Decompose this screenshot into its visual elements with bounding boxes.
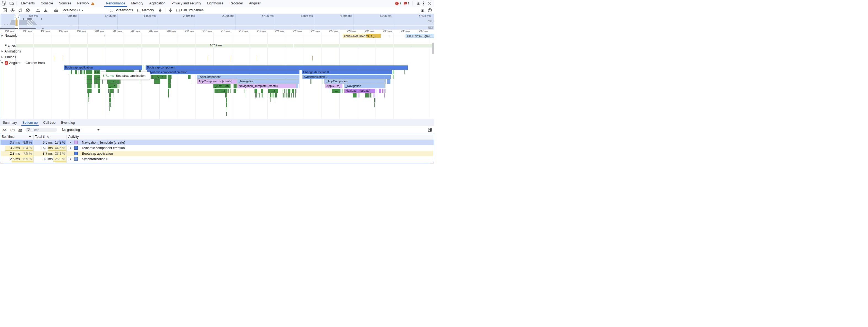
memory-checkbox[interactable]: Memory: [137, 8, 154, 12]
tab-recorder[interactable]: Recorder: [226, 0, 246, 7]
flame-tick[interactable]: [97, 79, 100, 84]
table-row[interactable]: 3.7 ms9.8 %6.5 ms17.3 %Navigation_Templa…: [0, 140, 434, 145]
flame-tick[interactable]: [375, 98, 376, 102]
tab-sources[interactable]: Sources: [56, 0, 74, 7]
error-badge[interactable]: 2: [395, 2, 401, 5]
flame-tick[interactable]: [190, 79, 190, 84]
flame-event[interactable]: AppC…te): [325, 84, 343, 88]
flame-tick[interactable]: [117, 89, 118, 93]
flame-tick[interactable]: [228, 89, 228, 93]
flame-tick[interactable]: [286, 93, 287, 98]
flame-tick[interactable]: [259, 89, 259, 93]
flame-tick[interactable]: [114, 93, 114, 98]
flame-tick[interactable]: [75, 70, 76, 75]
flame-tick[interactable]: [118, 89, 118, 93]
flame-event[interactable]: _…r: [218, 89, 227, 93]
flame-tick[interactable]: [284, 89, 285, 93]
flame-tick[interactable]: [143, 65, 144, 70]
flame-tick[interactable]: [84, 70, 85, 75]
record-icon[interactable]: [10, 8, 15, 13]
flame-event[interactable]: _Navigation: [237, 79, 300, 84]
timing-marker[interactable]: [208, 56, 208, 60]
flame-tick[interactable]: [191, 79, 191, 84]
tab-privacy-and-security[interactable]: Privacy and security: [168, 0, 204, 7]
flame-tick[interactable]: [374, 103, 375, 107]
tab-elements[interactable]: Elements: [18, 0, 38, 7]
flame-tick[interactable]: [226, 98, 227, 102]
flame-tick[interactable]: [226, 112, 227, 116]
flame-tick[interactable]: [109, 93, 111, 98]
network-expand-icon[interactable]: [1, 34, 3, 36]
bottom-tab-summary[interactable]: Summary: [0, 119, 20, 126]
flame-tick[interactable]: [214, 89, 214, 93]
window-left-handle[interactable]: [14, 15, 16, 20]
bottom-tab-call-tree[interactable]: Call tree: [40, 119, 58, 126]
animations-track-label[interactable]: Animations: [5, 49, 21, 53]
flame-tick[interactable]: [375, 93, 375, 98]
angular-collapse-icon[interactable]: [1, 62, 3, 63]
angular-track-label[interactable]: Angular — Custom track: [9, 61, 45, 65]
flame-tick[interactable]: [365, 93, 368, 98]
frames-track-label[interactable]: Frames: [5, 44, 16, 48]
flame-event[interactable]: Bootstrap component: [146, 65, 408, 70]
grouping-select-arrow[interactable]: [97, 129, 99, 131]
flame-tick[interactable]: [262, 93, 263, 98]
flame-tick[interactable]: [72, 70, 72, 75]
flame-tick[interactable]: [377, 89, 377, 93]
table-row[interactable]: 2.8 ms7.5 %8.7 ms23.1 %Bootstrap applica…: [0, 151, 434, 156]
flame-tick[interactable]: [384, 89, 385, 93]
flame-tick[interactable]: [255, 93, 256, 98]
flame-tick[interactable]: [370, 93, 370, 98]
flame-tick[interactable]: [245, 89, 245, 93]
flame-event[interactable]: _A…e: [154, 75, 165, 79]
flame-event[interactable]: Navigati…(update): [344, 89, 375, 93]
flame-tick[interactable]: [234, 89, 234, 93]
flame-tick[interactable]: [373, 93, 375, 98]
flame-event[interactable]: _…r: [107, 79, 116, 84]
flame-tick[interactable]: [385, 84, 385, 88]
collapse-tracks-icon[interactable]: [168, 8, 173, 13]
timing-marker[interactable]: [62, 56, 62, 60]
flame-tick[interactable]: [285, 89, 285, 93]
flame-tick[interactable]: [292, 89, 294, 93]
flame-tick[interactable]: [70, 70, 70, 75]
flame-tick[interactable]: [358, 93, 360, 98]
flame-tick[interactable]: [261, 93, 261, 98]
tracks-scrollbar-thumb[interactable]: [432, 43, 434, 54]
target-select[interactable]: localhost #1: [63, 8, 80, 12]
flame-tick[interactable]: [117, 84, 118, 88]
target-select-arrow[interactable]: [82, 10, 84, 11]
flame-tick[interactable]: [329, 89, 329, 93]
flame-event[interactable]: _AppComponent: [324, 79, 385, 84]
flame-tick[interactable]: [310, 79, 311, 84]
flame-tick[interactable]: [295, 89, 296, 93]
flame-tick[interactable]: [378, 93, 378, 98]
flame-event[interactable]: _…r: [108, 84, 117, 88]
table-row[interactable]: 2.5 ms6.5 %9.8 ms25.9 %Synchronization 0: [0, 156, 434, 162]
flame-tick[interactable]: [94, 79, 97, 84]
network-request-bar[interactable]: chunk-RAOJN2PN.js (l…: [343, 34, 381, 38]
flame-tick[interactable]: [87, 89, 92, 93]
timing-marker[interactable]: [312, 56, 313, 60]
match-case-icon[interactable]: Aa: [2, 128, 7, 132]
tab-angular[interactable]: Angular: [246, 0, 263, 7]
flame-tick[interactable]: [118, 84, 118, 88]
settings-gear-icon[interactable]: [416, 1, 420, 5]
flame-tick[interactable]: [369, 93, 370, 98]
issues-badge[interactable]: 1: [403, 2, 409, 5]
flame-event[interactable]: Dynamic component creation: [147, 70, 299, 75]
flame-tick[interactable]: [87, 75, 92, 79]
bottom-tab-event-log[interactable]: Event log: [58, 119, 78, 126]
flame-tick[interactable]: [110, 89, 113, 93]
flame-tick[interactable]: [172, 75, 172, 79]
flame-tick[interactable]: [384, 93, 385, 98]
timeline-overview[interactable]: 495 ms995 ms1,495 ms1,995 ms2,495 ms2,99…: [0, 14, 434, 30]
flame-tick[interactable]: [168, 89, 169, 93]
network-track-label[interactable]: Network: [5, 34, 17, 37]
flame-tick[interactable]: [230, 89, 230, 93]
flame-tick[interactable]: [276, 93, 277, 98]
upload-icon[interactable]: [36, 8, 40, 13]
row-expand-icon[interactable]: [70, 147, 71, 149]
flame-tick[interactable]: [216, 89, 218, 93]
flame-tick[interactable]: [286, 89, 286, 93]
